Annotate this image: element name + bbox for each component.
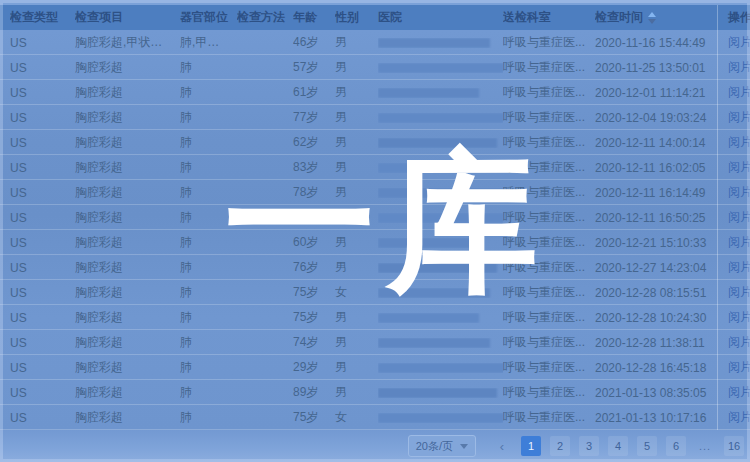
sort-caret-icon[interactable]: [648, 12, 656, 24]
page-number-button[interactable]: 3: [579, 436, 599, 456]
column-header-department: 送检科室: [503, 9, 595, 26]
view-film-link[interactable]: 阅片: [728, 34, 750, 51]
cell-organ-part: 肺: [180, 109, 237, 126]
cell-department: 呼吸与重症医...: [503, 284, 595, 301]
cell-actions: 阅片: [717, 280, 750, 305]
cell-check-item: 胸腔彩超: [75, 259, 180, 276]
cell-hospital: [378, 338, 503, 348]
view-film-link[interactable]: 阅片: [728, 409, 750, 426]
cell-check-type: US: [10, 211, 75, 225]
cell-gender: 男: [335, 159, 378, 176]
cell-check-item: 胸腔彩超: [75, 184, 180, 201]
cell-organ-part: 肺: [180, 234, 237, 251]
cell-hospital: [378, 163, 503, 173]
cell-department: 呼吸与重症医...: [503, 334, 595, 351]
table-row: US 胸腔彩超 肺 57岁 男 呼吸与重症医... 2020-11-25 13:…: [0, 55, 750, 80]
cell-hospital: [378, 38, 503, 48]
cell-actions: 阅片: [717, 330, 750, 355]
cell-check-type: US: [10, 161, 75, 175]
table-row: US 胸腔彩超 肺 83岁 男 呼吸与重症医... 2020-12-11 16:…: [0, 155, 750, 180]
cell-age: 76岁: [293, 209, 335, 226]
cell-department: 呼吸与重症医...: [503, 159, 595, 176]
cell-age: 75岁: [293, 309, 335, 326]
cell-department: 呼吸与重症医...: [503, 359, 595, 376]
page-number-button[interactable]: 5: [637, 436, 657, 456]
exam-table: 检查类型 检查项目 器官部位 检查方法 年龄 性别 医院 送检科室 检查时间 操…: [0, 5, 750, 430]
cell-check-time: 2020-12-11 16:14:49: [595, 186, 717, 200]
view-film-link[interactable]: 阅片: [728, 309, 750, 326]
view-film-link[interactable]: 阅片: [728, 209, 750, 226]
view-film-link[interactable]: 阅片: [728, 109, 750, 126]
cell-check-type: US: [10, 61, 75, 75]
cell-gender: 男: [335, 359, 378, 376]
cell-hospital: [378, 238, 503, 248]
cell-age: 75岁: [293, 284, 335, 301]
cell-check-time: 2020-12-28 10:24:30: [595, 311, 717, 325]
view-film-link[interactable]: 阅片: [728, 359, 750, 376]
table-row: US 胸腔彩超 肺 75岁 男 呼吸与重症医... 2020-12-28 10:…: [0, 305, 750, 330]
view-film-link[interactable]: 阅片: [728, 384, 750, 401]
cell-gender: 男: [335, 184, 378, 201]
page-number-button[interactable]: 1: [521, 436, 541, 456]
column-header-check-time[interactable]: 检查时间: [595, 9, 717, 26]
cell-actions: 阅片: [717, 105, 750, 130]
prev-page-button[interactable]: ‹: [492, 436, 512, 456]
table-row: US 胸腔彩超 肺 78岁 男 呼吸与重症医... 2020-12-11 16:…: [0, 180, 750, 205]
cell-hospital: [378, 113, 503, 123]
cell-check-item: 胸腔彩超: [75, 309, 180, 326]
cell-check-type: US: [10, 136, 75, 150]
table-row: US 胸腔彩超 肺 62岁 男 呼吸与重症医... 2020-12-11 14:…: [0, 130, 750, 155]
view-film-link[interactable]: 阅片: [728, 159, 750, 176]
cell-hospital: [378, 413, 503, 423]
page-number-button[interactable]: ...: [695, 436, 715, 456]
cell-actions: 阅片: [717, 180, 750, 205]
cell-actions: 阅片: [717, 355, 750, 380]
cell-gender: 男: [335, 234, 378, 251]
view-film-link[interactable]: 阅片: [728, 184, 750, 201]
redacted-hospital-block: [378, 388, 497, 398]
cell-age: 46岁: [293, 34, 335, 51]
cell-gender: 男: [335, 84, 378, 101]
view-film-link[interactable]: 阅片: [728, 59, 750, 76]
cell-check-item: 胸腔彩超: [75, 134, 180, 151]
view-film-link[interactable]: 阅片: [728, 284, 750, 301]
view-film-link[interactable]: 阅片: [728, 334, 750, 351]
redacted-hospital-block: [378, 113, 503, 123]
cell-organ-part: 肺: [180, 284, 237, 301]
view-film-link[interactable]: 阅片: [728, 84, 750, 101]
cell-age: 29岁: [293, 359, 335, 376]
table-row: US 胸腔彩超 肺 75岁 女 呼吸与重症医... 2020-12-28 08:…: [0, 280, 750, 305]
view-film-link[interactable]: 阅片: [728, 259, 750, 276]
cell-actions: 阅片: [717, 255, 750, 280]
cell-department: 呼吸与重症医...: [503, 84, 595, 101]
cell-actions: 阅片: [717, 55, 750, 80]
column-header-actions: 操作: [717, 5, 750, 30]
cell-age: 60岁: [293, 234, 335, 251]
cell-check-item: 胸腔彩超: [75, 384, 180, 401]
cell-gender: 男: [335, 34, 378, 51]
cell-department: 呼吸与重症医...: [503, 184, 595, 201]
page-number-button[interactable]: 16: [724, 436, 744, 456]
cell-check-item: 胸腔彩超,甲状腺彩超: [75, 34, 180, 51]
cell-department: 呼吸与重症医...: [503, 109, 595, 126]
cell-actions: 阅片: [717, 230, 750, 255]
view-film-link[interactable]: 阅片: [728, 234, 750, 251]
cell-actions: 阅片: [717, 130, 750, 155]
redacted-hospital-block: [378, 238, 479, 248]
cell-department: 呼吸与重症医...: [503, 384, 595, 401]
cell-actions: 阅片: [717, 30, 750, 55]
cell-actions: 阅片: [717, 205, 750, 230]
cell-check-type: US: [10, 86, 75, 100]
cell-age: 76岁: [293, 259, 335, 276]
view-film-link[interactable]: 阅片: [728, 134, 750, 151]
cell-age: 83岁: [293, 159, 335, 176]
cell-actions: 阅片: [717, 305, 750, 330]
page-number-button[interactable]: 2: [550, 436, 570, 456]
cell-actions: 阅片: [717, 80, 750, 105]
cell-department: 呼吸与重症医...: [503, 309, 595, 326]
page-size-select[interactable]: 20条/页: [408, 435, 476, 457]
page-number-button[interactable]: 4: [608, 436, 628, 456]
page-number-button[interactable]: 6: [666, 436, 686, 456]
cell-organ-part: 肺,甲状...: [180, 34, 237, 51]
pager: ‹ 123456...16: [492, 436, 744, 456]
